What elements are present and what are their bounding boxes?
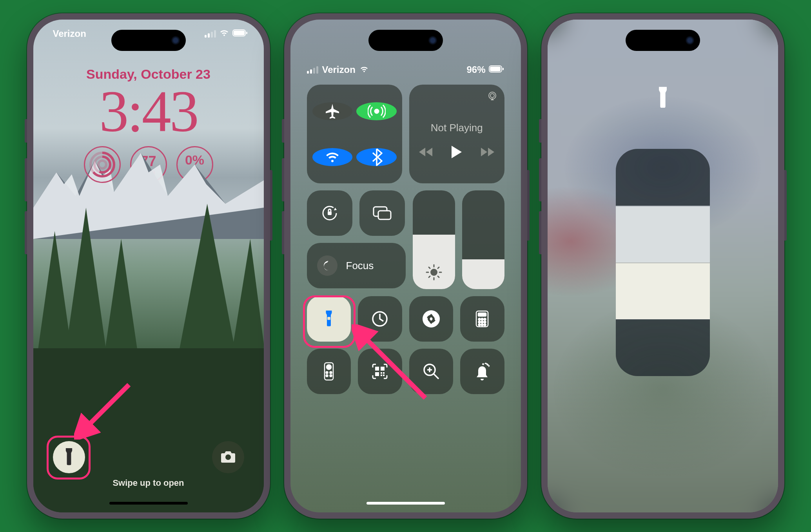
flashlight-icon bbox=[655, 86, 671, 111]
svg-point-40 bbox=[479, 324, 481, 326]
flashlight-level-3[interactable] bbox=[616, 206, 710, 262]
bluetooth-button[interactable] bbox=[356, 148, 397, 166]
svg-point-31 bbox=[423, 310, 440, 328]
volume-slider[interactable] bbox=[462, 190, 504, 289]
battery-percent-label: 96% bbox=[466, 64, 485, 75]
svg-rect-55 bbox=[383, 375, 385, 376]
signal-icon bbox=[205, 30, 216, 38]
flashlight-level-slider[interactable] bbox=[616, 149, 710, 376]
signal-icon bbox=[307, 66, 318, 74]
screen-mirroring-button[interactable] bbox=[359, 190, 405, 236]
magnifier-button[interactable] bbox=[409, 349, 454, 394]
calculator-button[interactable] bbox=[460, 296, 504, 342]
flashlight-level-2[interactable] bbox=[616, 262, 710, 319]
flashlight-button[interactable] bbox=[307, 296, 351, 342]
dynamic-island bbox=[368, 30, 443, 51]
battery-icon bbox=[489, 64, 504, 75]
airplane-mode-button[interactable] bbox=[312, 102, 353, 120]
cc-status-bar: Verizon 96% bbox=[290, 64, 521, 75]
svg-point-48 bbox=[330, 375, 332, 377]
play-button[interactable] bbox=[450, 145, 463, 161]
apple-tv-remote-button[interactable] bbox=[307, 349, 351, 394]
lock-screen: Verizon bbox=[33, 20, 264, 512]
svg-line-27 bbox=[429, 276, 430, 277]
svg-point-45 bbox=[326, 372, 328, 374]
wifi-icon bbox=[219, 28, 229, 39]
phone-3 bbox=[541, 13, 784, 519]
svg-rect-49 bbox=[375, 367, 379, 371]
svg-rect-11 bbox=[490, 67, 501, 71]
svg-point-20 bbox=[430, 269, 437, 276]
focus-button[interactable]: Focus bbox=[307, 243, 406, 288]
home-indicator[interactable] bbox=[366, 502, 445, 505]
svg-point-15 bbox=[490, 94, 494, 98]
svg-point-37 bbox=[479, 321, 481, 323]
brightness-icon bbox=[413, 264, 455, 280]
wifi-icon bbox=[359, 64, 369, 75]
shazam-button[interactable] bbox=[409, 296, 454, 342]
dynamic-island bbox=[626, 30, 700, 51]
svg-point-46 bbox=[330, 372, 332, 374]
svg-point-44 bbox=[327, 365, 331, 369]
svg-rect-17 bbox=[328, 212, 332, 215]
swipe-up-hint: Swipe up to open bbox=[33, 478, 264, 488]
cellular-data-button[interactable] bbox=[356, 102, 397, 120]
svg-line-25 bbox=[429, 267, 430, 268]
phone-1: Verizon bbox=[27, 13, 270, 519]
flashlight-brightness-screen bbox=[548, 20, 778, 512]
dynamic-island bbox=[111, 30, 186, 51]
airplay-icon[interactable] bbox=[487, 91, 497, 103]
svg-point-13 bbox=[375, 109, 379, 113]
svg-rect-12 bbox=[503, 68, 504, 70]
svg-rect-54 bbox=[381, 375, 382, 376]
alarm-button[interactable] bbox=[460, 349, 504, 394]
activity-rings-widget[interactable] bbox=[84, 146, 121, 183]
home-indicator[interactable] bbox=[109, 502, 188, 505]
wifi-button[interactable] bbox=[312, 148, 353, 166]
rotation-lock-button[interactable] bbox=[307, 190, 352, 236]
svg-rect-1 bbox=[234, 31, 245, 35]
battery-icon bbox=[232, 28, 248, 39]
control-center: Verizon 96% Not Playing bbox=[290, 20, 521, 512]
svg-rect-33 bbox=[478, 313, 486, 316]
lockscreen-flashlight-button[interactable] bbox=[53, 441, 85, 473]
focus-label: Focus bbox=[346, 260, 374, 272]
svg-point-34 bbox=[479, 318, 481, 320]
svg-line-26 bbox=[438, 276, 439, 277]
svg-rect-2 bbox=[246, 32, 247, 34]
focus-moon-icon bbox=[317, 255, 337, 276]
svg-line-28 bbox=[438, 267, 439, 268]
svg-point-35 bbox=[481, 318, 483, 320]
svg-rect-52 bbox=[381, 372, 382, 374]
carrier-label: Verizon bbox=[322, 64, 356, 75]
brightness-slider[interactable] bbox=[413, 190, 455, 289]
volume-icon bbox=[462, 266, 504, 280]
svg-line-57 bbox=[434, 374, 439, 379]
audio-module[interactable]: Not Playing bbox=[409, 85, 504, 183]
lockscreen-camera-button[interactable] bbox=[212, 441, 244, 473]
phone-2: Verizon 96% Not Playing bbox=[284, 13, 527, 519]
timer-button[interactable] bbox=[358, 296, 402, 342]
forward-button[interactable] bbox=[480, 147, 495, 159]
flashlight-level-1[interactable] bbox=[616, 319, 710, 376]
svg-rect-19 bbox=[378, 211, 391, 219]
svg-rect-50 bbox=[381, 367, 385, 371]
qr-scanner-button[interactable] bbox=[358, 349, 402, 394]
svg-rect-51 bbox=[375, 372, 379, 376]
svg-point-36 bbox=[484, 318, 486, 320]
svg-point-42 bbox=[484, 324, 486, 326]
svg-point-8 bbox=[98, 161, 106, 168]
carrier-label: Verizon bbox=[53, 28, 86, 39]
svg-point-41 bbox=[481, 324, 483, 326]
now-playing-label: Not Playing bbox=[431, 122, 483, 134]
svg-rect-29 bbox=[327, 317, 330, 320]
connectivity-module bbox=[307, 85, 403, 183]
svg-rect-53 bbox=[383, 372, 385, 374]
lockscreen-time: 3:43 bbox=[33, 82, 264, 141]
svg-point-39 bbox=[484, 321, 486, 323]
flashlight-level-4[interactable] bbox=[616, 149, 710, 206]
svg-point-47 bbox=[326, 375, 328, 377]
rewind-button[interactable] bbox=[418, 147, 433, 159]
svg-point-38 bbox=[481, 321, 483, 323]
